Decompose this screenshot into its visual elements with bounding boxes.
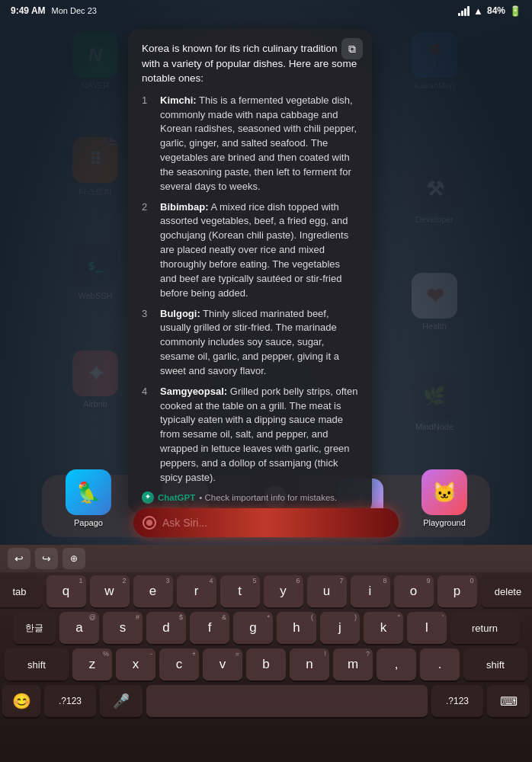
key-w[interactable]: 2w <box>90 575 130 607</box>
siri-bar[interactable]: Ask Siri... <box>133 508 399 537</box>
key-emoji[interactable]: 😊 <box>2 685 40 717</box>
papago-icon: 🦜 <box>66 469 111 515</box>
key-o[interactable]: 9o <box>394 575 434 607</box>
key-comma[interactable]: , <box>377 648 416 680</box>
key-v[interactable]: =v <box>203 648 242 680</box>
key-123-right[interactable]: .?123 <box>431 685 483 717</box>
key-hangul[interactable]: 한글 <box>13 612 56 644</box>
signal-bars <box>458 6 470 16</box>
key-f[interactable]: &f <box>190 612 229 644</box>
key-space[interactable] <box>146 685 428 717</box>
item-text: Kimchi: This is a fermented vegetable di… <box>160 94 358 194</box>
key-shift-right[interactable]: shift <box>463 648 527 680</box>
redo-button[interactable]: ↪ <box>35 548 58 569</box>
key-b[interactable]: b <box>246 648 286 680</box>
chatgpt-small-icon: ✦ <box>142 491 154 504</box>
key-z[interactable]: %z <box>72 648 112 680</box>
list-item: 4 Samgyeopsal: Grilled pork belly strips… <box>142 385 358 485</box>
keyboard-bottom-row: 😊 .?123 🎤 .?123 ⌨ <box>0 685 532 717</box>
keyboard-row-2: 한글 @a #s $d &f *g (h )j "k 'l return <box>0 612 532 644</box>
keyboard: ↩ ↪ ⊕ tab 1q 2w 3e 4r 5t 6y 7u 8i 9o 0p … <box>0 545 532 762</box>
key-e[interactable]: 3e <box>133 575 173 607</box>
popup-list: 1 Kimchi: This is a fermented vegetable … <box>142 94 358 485</box>
list-item: 2 Bibimbap: A mixed rice dish topped wit… <box>142 200 358 301</box>
key-return[interactable]: return <box>450 612 519 644</box>
popup-intro: Korea is known for its rich culinary tra… <box>142 41 358 86</box>
item-num: 3 <box>142 307 154 379</box>
keyboard-row-1: tab 1q 2w 3e 4r 5t 6y 7u 8i 9o 0p delete <box>0 575 532 607</box>
key-delete[interactable]: delete <box>481 575 533 607</box>
key-n[interactable]: !n <box>290 648 329 680</box>
playground-label: Playground <box>423 518 466 527</box>
item-num: 1 <box>142 94 154 194</box>
key-x[interactable]: -x <box>116 648 155 680</box>
key-h[interactable]: (h <box>277 612 316 644</box>
keyboard-toolbar: ↩ ↪ ⊕ <box>0 545 532 572</box>
keyboard-row-3: shift %z -x +c =v b !n ?m , . shift <box>0 648 532 680</box>
app-papago[interactable]: 🦜 Papago <box>66 469 111 527</box>
copy-button[interactable]: ⧉ <box>341 38 363 59</box>
key-r[interactable]: 4r <box>177 575 216 607</box>
siri-wave-icon <box>143 516 156 530</box>
key-i[interactable]: 8i <box>351 575 390 607</box>
chatgpt-brand: ChatGPT <box>158 491 195 504</box>
app-playground[interactable]: 🐱 Playground <box>421 469 467 527</box>
key-123-left[interactable]: .?123 <box>44 685 96 717</box>
list-item: 1 Kimchi: This is a fermented vegetable … <box>142 94 358 194</box>
item-text: Samgyeopsal: Grilled pork belly strips, … <box>160 385 358 485</box>
key-s[interactable]: #s <box>103 612 143 644</box>
key-m[interactable]: ?m <box>333 648 373 680</box>
key-p[interactable]: 0p <box>437 575 477 607</box>
key-shift-left[interactable]: shift <box>5 648 69 680</box>
popup-footer: ✦ ChatGPT • Check important info for mis… <box>142 491 358 504</box>
key-a[interactable]: @a <box>59 612 99 644</box>
item-text: Bulgogi: Thinly sliced marinated beef, u… <box>160 307 358 379</box>
status-time: 9:49 AM <box>11 5 46 16</box>
key-k[interactable]: "k <box>364 612 403 644</box>
key-mic[interactable]: 🎤 <box>100 685 143 717</box>
battery-icon: 🔋 <box>509 5 521 17</box>
status-bar: 9:49 AM Mon Dec 23 ▲ 84% 🔋 <box>0 0 532 21</box>
paste-button[interactable]: ⊕ <box>62 548 85 569</box>
item-num: 2 <box>142 200 154 301</box>
key-q[interactable]: 1q <box>46 575 86 607</box>
key-hide[interactable]: ⌨ <box>487 685 530 717</box>
key-u[interactable]: 7u <box>307 575 347 607</box>
battery-percent: 84% <box>487 5 505 16</box>
key-j[interactable]: )j <box>320 612 360 644</box>
playground-icon: 🐱 <box>421 469 467 515</box>
siri-placeholder: Ask Siri... <box>162 517 207 529</box>
key-g[interactable]: *g <box>233 612 273 644</box>
undo-button[interactable]: ↩ <box>8 548 30 569</box>
item-text: Bibimbap: A mixed rice dish topped with … <box>160 200 358 301</box>
item-num: 4 <box>142 385 154 485</box>
chatgpt-popup: ⧉ Korea is known for its rich culinary t… <box>128 29 372 514</box>
key-c[interactable]: +c <box>159 648 199 680</box>
key-y[interactable]: 6y <box>264 575 303 607</box>
key-d[interactable]: $d <box>146 612 186 644</box>
popup-footer-note: • Check important info for mistakes. <box>199 491 337 504</box>
papago-label: Papago <box>74 518 103 527</box>
key-period[interactable]: . <box>420 648 460 680</box>
key-tab[interactable]: tab <box>0 575 43 607</box>
wifi-icon: ▲ <box>473 5 483 17</box>
status-date: Mon Dec 23 <box>52 6 97 15</box>
list-item: 3 Bulgogi: Thinly sliced marinated beef,… <box>142 307 358 379</box>
key-t[interactable]: 5t <box>220 575 260 607</box>
key-l[interactable]: 'l <box>407 612 447 644</box>
